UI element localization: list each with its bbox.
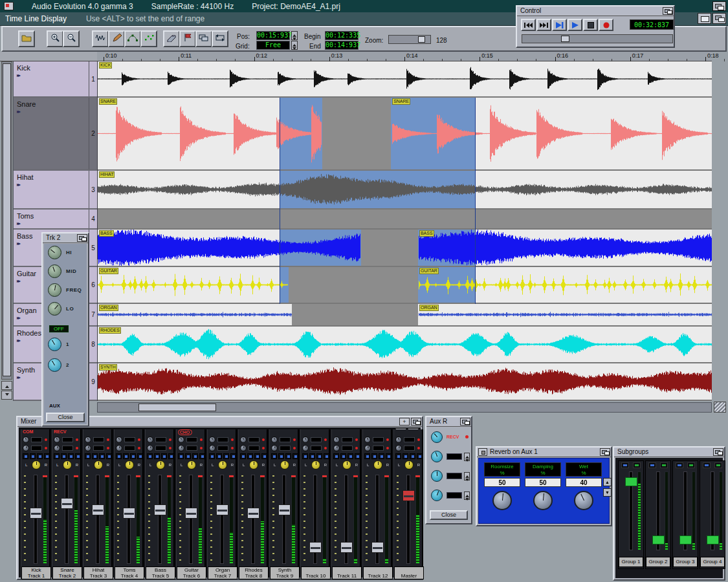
channel-mini-button[interactable]	[216, 453, 222, 459]
razor-tool-button[interactable]	[163, 30, 180, 47]
pan-knob[interactable]	[280, 460, 289, 469]
channel-mini-button[interactable]	[85, 453, 91, 459]
channel-mini-button[interactable]	[324, 453, 329, 459]
aux-send-knob[interactable]	[116, 436, 122, 443]
fader-handle[interactable]	[309, 542, 322, 553]
time-ruler[interactable]: 0:100:110:120:130:140:150:160:170:18	[97, 52, 712, 61]
subgroup-mini-button[interactable]	[633, 462, 641, 468]
channel-mini-button[interactable]	[106, 453, 112, 459]
scatter-tool-button[interactable]	[140, 30, 157, 47]
pan-knob[interactable]	[156, 460, 165, 469]
open-file-button[interactable]	[18, 30, 35, 47]
screen-depth-gadget[interactable]	[712, 1, 726, 11]
fader-handle[interactable]	[185, 508, 197, 519]
waveform-tool-button[interactable]	[92, 30, 109, 47]
channel-mini-button[interactable]	[364, 453, 370, 459]
mixer-expand-gadget[interactable]: +	[399, 418, 410, 426]
fader-handle[interactable]	[123, 508, 135, 519]
aux-send-knob[interactable]	[178, 445, 184, 451]
envelope-tool-button[interactable]	[124, 30, 141, 47]
grid-display[interactable]: Free	[256, 41, 290, 50]
aux-send-knob[interactable]	[178, 436, 184, 443]
pan-knob[interactable]	[404, 460, 414, 469]
pan-knob[interactable]	[125, 460, 134, 469]
stop-button[interactable]	[583, 19, 598, 31]
aux-send-knob[interactable]	[240, 436, 247, 443]
fader-handle[interactable]	[154, 504, 166, 515]
pan-knob[interactable]	[311, 460, 320, 469]
pos-display[interactable]: 00:15:937	[256, 31, 290, 40]
window-resize-gadget[interactable]	[714, 402, 726, 413]
aux-return-spinner[interactable]	[464, 472, 470, 480]
param-knob[interactable]	[492, 491, 512, 510]
aux-send-knob[interactable]	[85, 436, 91, 443]
mixer-depth-gadget[interactable]	[411, 418, 421, 426]
channel-mini-button[interactable]	[123, 453, 129, 459]
pan-knob[interactable]	[218, 460, 227, 469]
channel-mini-button[interactable]	[395, 453, 401, 459]
param-knob[interactable]	[574, 491, 593, 510]
aux-return-knob-4[interactable]	[431, 490, 443, 501]
end-display[interactable]: 00:14:937	[325, 41, 358, 50]
play-button[interactable]	[568, 19, 582, 31]
channel-mini-button[interactable]	[23, 453, 28, 459]
song-position-handle[interactable]	[561, 36, 569, 42]
aux-send-knob[interactable]	[364, 445, 371, 451]
track-lane-synth[interactable]: SYNTH	[98, 363, 712, 401]
pan-knob[interactable]	[63, 460, 72, 469]
aux-return-spinner[interactable]	[464, 491, 470, 500]
channel-mini-button[interactable]	[30, 453, 36, 459]
param-up-button[interactable]: ▲	[603, 478, 612, 486]
channel-mini-button[interactable]	[417, 453, 423, 459]
tracklist-row-kick[interactable]: Kick▸▸1	[14, 61, 97, 98]
marker-tool-button[interactable]	[179, 30, 196, 47]
aux-send-knob[interactable]	[147, 436, 153, 443]
channel-mini-button[interactable]	[309, 453, 315, 459]
aux-send-knob[interactable]	[302, 436, 309, 443]
channel-mini-button[interactable]	[355, 453, 360, 459]
channel-mini-button[interactable]	[340, 453, 346, 459]
tracklist-row-hihat[interactable]: Hihat▸▸3	[14, 171, 97, 210]
trk2-close-button[interactable]: Close	[46, 413, 85, 422]
pencil-tool-button[interactable]	[108, 30, 125, 47]
aux-send-knob-1[interactable]	[48, 338, 61, 351]
aux-send-knob[interactable]	[23, 436, 29, 443]
track-lane-bass[interactable]: BASSBASS	[98, 230, 712, 267]
pan-knob[interactable]	[249, 460, 258, 469]
aux-return-spinner[interactable]	[464, 453, 470, 461]
pan-knob[interactable]	[32, 460, 41, 469]
subgroup-fader-handle[interactable]	[679, 535, 692, 544]
reverb-close-gadget[interactable]	[478, 448, 487, 456]
aux-send-knob-2[interactable]	[48, 358, 61, 372]
channel-mini-button[interactable]	[130, 453, 136, 459]
channel-mini-button[interactable]	[403, 453, 408, 459]
tracklist-row-snare[interactable]: Snare▸▸2	[14, 98, 97, 171]
subgroups-depth-gadget[interactable]	[713, 448, 723, 456]
reverb-depth-gadget[interactable]	[600, 448, 610, 456]
channel-mini-button[interactable]	[137, 453, 143, 459]
track-lane-hihat[interactable]: HIHAT	[98, 171, 712, 210]
channel-mini-button[interactable]	[254, 453, 260, 459]
fader-handle[interactable]	[371, 542, 384, 553]
channel-mini-button[interactable]	[333, 453, 339, 459]
subgroup-mini-button[interactable]	[714, 462, 722, 468]
screen-menu-icon[interactable]	[4, 2, 14, 10]
fader-handle[interactable]	[340, 542, 353, 553]
aux-send-knob[interactable]	[54, 445, 60, 451]
pan-knob[interactable]	[187, 460, 196, 469]
channel-mini-button[interactable]	[178, 453, 184, 459]
subgroups-titlebar[interactable]: Subgroups	[614, 447, 724, 457]
zoom-in-button[interactable]	[47, 30, 63, 47]
aux-send-knob[interactable]	[116, 445, 122, 451]
channel-mini-button[interactable]	[285, 453, 291, 459]
channel-mini-button[interactable]	[37, 453, 43, 459]
subgroup-mini-button[interactable]	[648, 462, 656, 468]
play-range-button[interactable]	[552, 19, 567, 31]
channel-mini-button[interactable]	[278, 453, 284, 459]
param-knob[interactable]	[533, 491, 553, 510]
aux-return-knob-3[interactable]	[431, 470, 443, 482]
go-start-button[interactable]	[521, 19, 536, 31]
song-position-slider[interactable]	[522, 34, 673, 43]
channel-mini-button[interactable]	[44, 453, 50, 459]
grid-spinner[interactable]	[291, 41, 298, 50]
